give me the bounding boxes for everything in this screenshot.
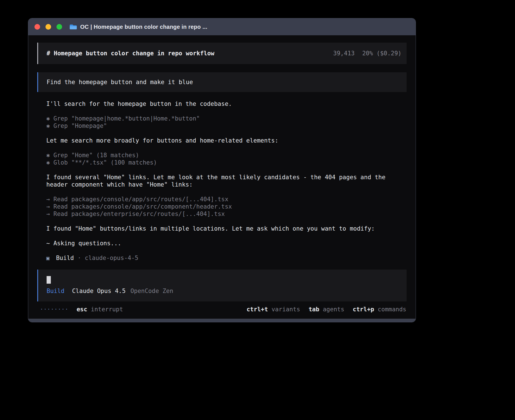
variants-hint: ctrl+t variants xyxy=(246,306,300,313)
tool-asterisk-icon: ✱ xyxy=(46,159,50,166)
tab-key: tab xyxy=(309,306,319,313)
commands-hint: ctrl+p commands xyxy=(353,306,406,313)
separator-dot: · xyxy=(78,254,81,262)
arrow-right-icon: → xyxy=(46,203,50,210)
commands-label: commands xyxy=(378,306,406,313)
minimize-button[interactable] xyxy=(45,24,51,30)
transcript: I'll search for the homepage button in t… xyxy=(37,100,407,262)
session-stats: 39,41320% ($0.29) xyxy=(333,49,401,57)
context-usage: 20% ($0.29) xyxy=(362,50,401,57)
tool-call-read: → Read packages/enterprise/src/routes/[.… xyxy=(46,210,407,218)
esc-label: interrupt xyxy=(91,306,123,313)
terminal-content: # Homepage button color change in repo w… xyxy=(28,35,416,319)
agent-name: Build xyxy=(56,254,74,262)
agent-status: ▣ Build · claude-opus-4-5 xyxy=(46,254,407,262)
user-message-text: Find the homepage button and make it blu… xyxy=(47,79,193,86)
assistant-text: Let me search more broadly for buttons a… xyxy=(46,137,407,144)
token-count: 39,413 xyxy=(333,50,355,57)
assistant-text-block: I'll search for the homepage button in t… xyxy=(46,100,407,108)
window-title: OC | Homepage button color change in rep… xyxy=(80,24,207,30)
input-model-label: Claude Opus 4.5 xyxy=(72,288,126,294)
assistant-text-block: I found "Home" buttons/links in multiple… xyxy=(46,225,407,232)
terminal-window: OC | Homepage button color change in rep… xyxy=(28,18,416,322)
input-meta: BuildClaude Opus 4.5OpenCode Zen xyxy=(47,287,398,295)
window-title-group: OC | Homepage button color change in rep… xyxy=(69,24,207,30)
prompt-input[interactable]: BuildClaude Opus 4.5OpenCode Zen xyxy=(37,270,407,301)
tool-call-text: Grep "Homepage" xyxy=(53,123,107,129)
tool-call-block: ✱ Grep "homepage|home.*button|Home.*butt… xyxy=(46,115,407,130)
assistant-text-block: ~ Asking questions... xyxy=(46,240,407,247)
session-header: # Homepage button color change in repo w… xyxy=(37,43,407,64)
tool-call-text: Read packages/enterprise/src/routes/[...… xyxy=(53,211,225,217)
tool-call-text: Grep "Home" (18 matches) xyxy=(53,152,139,159)
session-title: # Homepage button color change in repo w… xyxy=(47,49,214,57)
tool-asterisk-icon: ✱ xyxy=(46,123,50,129)
tool-call: ✱ Grep "homepage|home.*button|Home.*butt… xyxy=(46,115,407,122)
tool-call-read: → Read packages/console/app/src/componen… xyxy=(46,203,407,210)
status-bar-right: ctrl+t variants tab agents ctrl+p comman… xyxy=(246,306,406,313)
ctrl-p-key: ctrl+p xyxy=(353,306,374,313)
assistant-text-block: Let me search more broadly for buttons a… xyxy=(46,137,407,144)
tool-asterisk-icon: ✱ xyxy=(46,115,50,122)
tool-call-text: Read packages/console/app/src/routes/[..… xyxy=(53,196,228,203)
user-message: Find the homepage button and make it blu… xyxy=(37,72,407,92)
text-cursor xyxy=(47,276,51,284)
traffic-lights xyxy=(34,24,62,30)
assistant-text: I found several "Home" links. Let me loo… xyxy=(46,174,407,188)
asking-questions-status: ~ Asking questions... xyxy=(46,240,407,247)
arrow-right-icon: → xyxy=(46,196,50,203)
build-mode-icon: ▣ xyxy=(46,254,49,262)
assistant-text: I found "Home" buttons/links in multiple… xyxy=(46,225,407,232)
tool-call: ✱ Glob "**/*.tsx" (100 matches) xyxy=(46,159,407,166)
agents-hint: tab agents xyxy=(309,306,344,313)
agents-label: agents xyxy=(323,306,344,313)
folder-icon xyxy=(69,24,77,30)
assistant-text: I'll search for the homepage button in t… xyxy=(46,100,407,108)
tool-call: ✱ Grep "Home" (18 matches) xyxy=(46,152,407,159)
ctrl-t-key: ctrl+t xyxy=(246,306,268,313)
interrupt-hint: esc interrupt xyxy=(77,306,123,313)
input-agent-label: Build xyxy=(47,288,64,294)
tool-call-text: Grep "homepage|home.*button|Home.*button… xyxy=(53,115,200,122)
esc-key: esc xyxy=(77,306,87,313)
zoom-button[interactable] xyxy=(56,24,62,30)
arrow-right-icon: → xyxy=(46,211,50,217)
tool-call-text: Glob "**/*.tsx" (100 matches) xyxy=(53,159,157,166)
status-bar: ········ esc interrupt ctrl+t variants t… xyxy=(37,306,407,313)
tool-asterisk-icon: ✱ xyxy=(46,152,50,159)
tool-call-block: ✱ Grep "Home" (18 matches) ✱ Glob "**/*.… xyxy=(46,152,407,166)
tool-call-read: → Read packages/console/app/src/routes/[… xyxy=(46,196,407,203)
tool-call-block: → Read packages/console/app/src/routes/[… xyxy=(46,196,407,218)
tool-call: ✱ Grep "Homepage" xyxy=(46,122,407,130)
spinner-dots: ········ xyxy=(40,306,68,313)
variants-label: variants xyxy=(272,306,300,313)
close-button[interactable] xyxy=(34,24,40,30)
assistant-text-block: I found several "Home" links. Let me loo… xyxy=(46,174,407,188)
input-provider-label: OpenCode Zen xyxy=(130,288,173,294)
window-titlebar[interactable]: OC | Homepage button color change in rep… xyxy=(28,18,416,35)
agent-model: claude-opus-4-5 xyxy=(85,254,138,262)
status-bar-left: ········ esc interrupt xyxy=(38,306,123,313)
window-bottom-edge xyxy=(28,319,416,322)
tool-call-text: Read packages/console/app/src/component/… xyxy=(53,203,232,210)
